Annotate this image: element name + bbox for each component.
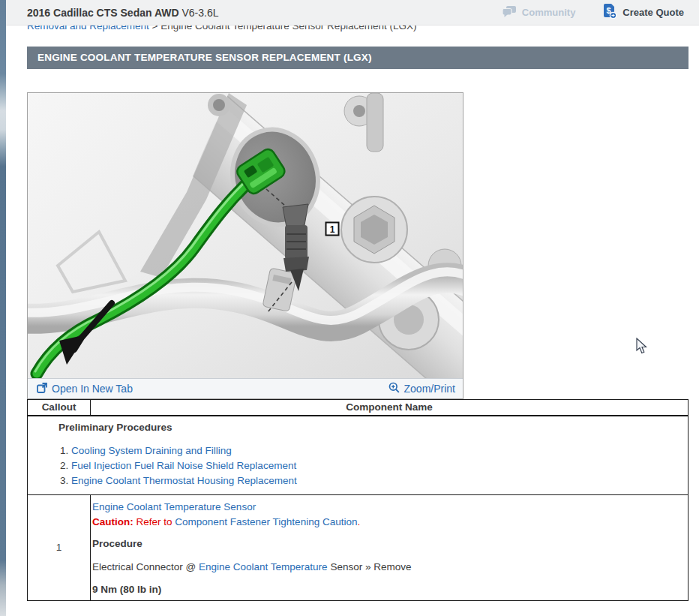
breadcrumb-separator: > xyxy=(149,26,160,32)
vehicle-title-engine: V6-3.6L xyxy=(179,7,219,19)
preliminary-procedures-row: Preliminary Procedures Cooling System Dr… xyxy=(28,416,688,495)
component-name-line: Engine Coolant Temperature Sensor xyxy=(92,500,682,515)
link-cooling-system-draining[interactable]: Cooling System Draining and Filling xyxy=(71,445,232,456)
preliminary-procedures-list: Cooling System Draining and Filling Fuel… xyxy=(28,443,680,488)
engine-illustration[interactable]: 1 xyxy=(28,93,463,378)
stud xyxy=(367,93,383,152)
breadcrumb-current: Engine Coolant Temperature Sensor Replac… xyxy=(160,26,416,32)
magnifier-plus-icon xyxy=(388,382,400,395)
callout-1-marker: 1 xyxy=(326,223,339,236)
bolt-hole xyxy=(353,105,365,117)
create-quote-icon: $ xyxy=(602,4,617,21)
caution-period: . xyxy=(357,516,360,527)
breadcrumb-link-removal-replacement[interactable]: Removal and Replacement xyxy=(27,26,149,32)
component-name-column-header: Component Name xyxy=(91,400,688,416)
caution-label: Caution: xyxy=(92,516,134,527)
top-bar: 2016 Cadillac CTS Sedan AWD V6-3.6L Comm… xyxy=(6,0,699,26)
list-item: Fuel Injection Fuel Rail Noise Shield Re… xyxy=(71,458,680,473)
torque-spec: 9 Nm (80 lb in) xyxy=(92,582,682,597)
component-row-1: 1 Engine Coolant Temperature Sensor Caut… xyxy=(28,494,688,600)
community-icon xyxy=(502,6,517,20)
open-in-new-tab-link[interactable]: Open In New Tab xyxy=(37,383,133,395)
open-in-new-tab-label: Open In New Tab xyxy=(52,383,133,395)
create-quote-label: Create Quote xyxy=(622,7,684,18)
step-text-post: Sensor » Remove xyxy=(328,561,412,572)
callout-column-header: Callout xyxy=(28,400,91,416)
callout-number: 1 xyxy=(28,494,91,600)
community-button[interactable]: Community xyxy=(502,6,576,20)
figure-toolbar: Open In New Tab Zoom/Print xyxy=(28,378,463,398)
create-quote-button[interactable]: $ Create Quote xyxy=(602,4,684,21)
section-header: ENGINE COOLANT TEMPERATURE SENSOR REPLAC… xyxy=(27,47,688,69)
open-in-new-tab-icon xyxy=(37,383,47,395)
link-fuel-rail-noise-shield[interactable]: Fuel Injection Fuel Rail Noise Shield Re… xyxy=(71,460,296,471)
procedure-step: Electrical Connector @ Engine Coolant Te… xyxy=(92,560,682,575)
left-scrollbar[interactable] xyxy=(0,0,6,616)
link-thermostat-housing[interactable]: Engine Coolant Thermostat Housing Replac… xyxy=(71,475,297,486)
preliminary-procedures-title: Preliminary Procedures xyxy=(58,421,680,434)
page: 2016 Cadillac CTS Sedan AWD V6-3.6L Comm… xyxy=(0,0,699,616)
step-text-pre: Electrical Connector @ xyxy=(92,561,199,572)
vehicle-title-main: 2016 Cadillac CTS Sedan AWD xyxy=(27,7,179,19)
table-header-row: Callout Component Name xyxy=(28,400,688,416)
community-label: Community xyxy=(522,7,576,18)
zoom-print-link[interactable]: Zoom/Print xyxy=(388,382,455,395)
link-engine-coolant-temp-sensor[interactable]: Engine Coolant Temperature Sensor xyxy=(92,501,256,512)
zoom-print-label: Zoom/Print xyxy=(404,383,455,395)
link-engine-coolant-temperature[interactable]: Engine Coolant Temperature xyxy=(199,561,328,572)
figure-card: 1 Open In New Tab xyxy=(27,92,464,399)
bolt-hole xyxy=(213,99,225,111)
link-fastener-tightening-caution[interactable]: Component Fastener Tightening Caution xyxy=(175,516,357,527)
procedure-label: Procedure xyxy=(92,536,682,551)
list-item: Cooling System Draining and Filling xyxy=(71,443,680,458)
list-item: Engine Coolant Thermostat Housing Replac… xyxy=(71,473,680,488)
top-actions: Community $ Create Quote xyxy=(502,4,684,21)
breadcrumb: Removal and Replacement > Engine Coolant… xyxy=(27,26,552,34)
mouse-cursor xyxy=(636,338,648,355)
component-table: Callout Component Name Preliminary Proce… xyxy=(27,399,688,601)
svg-text:1: 1 xyxy=(330,224,335,235)
caution-text: Refer to xyxy=(134,516,176,527)
caution-line: Caution: Refer to Component Fastener Tig… xyxy=(92,515,682,530)
vehicle-title: 2016 Cadillac CTS Sedan AWD V6-3.6L xyxy=(27,7,219,19)
